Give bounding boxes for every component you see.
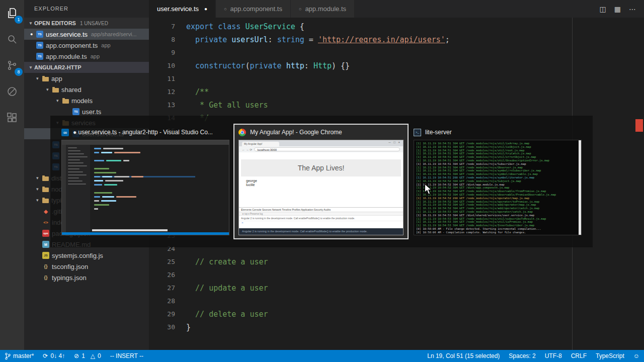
language-mode[interactable]: TypeScript xyxy=(591,350,629,362)
file-path: app/shared/servi... xyxy=(91,31,137,37)
terminal-line: [1] 16.11.19 10:54:51 304 GET /node_modu… xyxy=(416,152,576,155)
split-editor-icon[interactable]: ◫ xyxy=(600,5,606,13)
tab-app-component-ts[interactable]: ○app.component.ts xyxy=(216,0,291,18)
more-actions-icon[interactable]: ⋯ xyxy=(629,5,636,13)
file-name: typings.json xyxy=(52,274,87,282)
terminal-line: [1] 16.11.19 10:54:51 304 GET /node_modu… xyxy=(416,142,576,145)
tab-label: app.module.ts xyxy=(305,5,346,13)
line-number: 28 xyxy=(149,295,175,308)
html-icon: <> xyxy=(42,219,49,226)
vim-mode-indicator[interactable]: -- INSERT -- xyxy=(106,350,148,362)
terminal-line: [1] 16.11.19 10:54:51 304 GET /node_modu… xyxy=(416,159,576,162)
terminal-scrollbar xyxy=(579,140,581,235)
terminal-line: [1] 16.11.19 10:54:51 200 GET /node_modu… xyxy=(416,176,576,179)
git-sync-status[interactable]: ⟳ 0↓ 4↑ xyxy=(38,350,69,362)
code-line[interactable] xyxy=(186,72,644,85)
code-line[interactable]: * Get all users xyxy=(186,99,644,112)
sidebar-title: EXPLORER xyxy=(24,0,149,18)
extensions-icon[interactable] xyxy=(5,111,19,125)
tree-item-tsconfig-json[interactable]: {}tsconfig.json xyxy=(24,261,149,272)
tab-user-service-ts[interactable]: user.service.ts● xyxy=(149,0,216,18)
file-name: app xyxy=(51,75,62,82)
terminal-line: [1] 16.11.19 10:54:51 304 GET /node_modu… xyxy=(416,162,576,166)
vscode-window: 1 8 EXPLORER ▾ OPEN EDITORS 1 UNSAVED ●T… xyxy=(0,0,644,362)
window-title: lite-server xyxy=(425,129,452,136)
terminal-thumbnail: [1] 16.11.19 10:54:51 304 GET /node_modu… xyxy=(414,140,582,235)
code-line[interactable]: /** xyxy=(186,85,644,99)
open-editor-item[interactable]: TSapp.module.tsapp xyxy=(24,51,149,62)
code-line[interactable]: // delete a user xyxy=(186,308,644,321)
code-line[interactable]: } xyxy=(186,321,644,334)
modified-dot: ● xyxy=(30,32,36,37)
terminal-line: [1] 16.11.19 10:54:51 304 GET /node_modu… xyxy=(416,149,576,152)
window-preview-lite-server[interactable]: >_ lite-server [1] 16.11.19 10:54:51 304… xyxy=(410,125,586,238)
scm-badge: 8 xyxy=(15,68,23,76)
tree-item-app[interactable]: ▾app xyxy=(24,73,149,84)
git-branch-status[interactable]: master* xyxy=(0,350,38,362)
ts-file-icon: TS xyxy=(36,53,43,60)
code-line[interactable] xyxy=(186,295,644,308)
terminal-line: [1] 16.11.19 10:54:53 304 GET /node_modu… xyxy=(416,224,576,227)
open-editor-item[interactable]: ●TSuser.service.tsapp/shared/servi... xyxy=(24,29,149,40)
terminal-line: [1] 16.11.19 10:54:52 304 GET /node_modu… xyxy=(416,207,576,210)
code-line[interactable]: // create a user xyxy=(186,255,644,268)
file-name: systemjs.config.js xyxy=(52,252,103,259)
terminal-output: [1] 16.11.19 10:54:51 304 GET /node_modu… xyxy=(416,142,576,234)
terminal-line: [1] 16.11.19 10:54:52 304 GET /node_modu… xyxy=(416,179,576,183)
layout-icon[interactable]: ▦ xyxy=(614,5,621,13)
feedback-smiley-icon[interactable]: ☺ xyxy=(629,350,644,362)
code-line[interactable]: private usersUrl: string = 'http://reqre… xyxy=(186,33,644,46)
explorer-icon[interactable]: 1 xyxy=(5,6,19,20)
line-number: 12 xyxy=(149,85,175,99)
terminal-line: [1] 16.11.19 10:54:52 304 GET /node_modu… xyxy=(416,203,576,207)
project-header[interactable]: ▾ ANGULAR2-HTTP xyxy=(24,62,149,73)
encoding-status[interactable]: UTF-8 xyxy=(540,350,567,362)
code-line[interactable]: constructor(private http: Http) {} xyxy=(186,59,644,72)
open-editors-header[interactable]: ▾ OPEN EDITORS 1 UNSAVED xyxy=(24,18,149,29)
code-line[interactable] xyxy=(186,46,644,59)
tree-item-typings-json[interactable]: {}typings.json xyxy=(24,272,149,283)
code-line[interactable]: // update a user xyxy=(186,282,644,295)
debug-icon[interactable] xyxy=(5,84,19,99)
tab-list: user.service.ts●○app.component.ts○app.mo… xyxy=(149,0,355,18)
code-line[interactable]: export class UserService { xyxy=(186,20,644,33)
terminal-line: [1] 16.11.19 10:54:52 304 GET /node_modu… xyxy=(416,200,576,204)
open-editor-item[interactable]: TSapp.component.tsapp xyxy=(24,40,149,51)
window-preview-chrome[interactable]: My Angular App! - Google Chrome My Angul… xyxy=(234,125,408,238)
file-path: app xyxy=(101,42,110,48)
file-path: app xyxy=(91,53,100,59)
error-icon: ⊘ xyxy=(74,352,79,359)
mini-titlebar xyxy=(62,140,229,145)
console-prompt: > xyxy=(239,221,403,224)
warning-icon: △ xyxy=(91,352,95,359)
window-preview-vscode[interactable]: ∞ ● user.service.ts - angular2-http - Vi… xyxy=(57,125,233,238)
chevron-icon: ▾ xyxy=(56,98,62,103)
app-heading: The App Lives! xyxy=(241,159,401,176)
scrollbar-error-marker xyxy=(635,119,643,132)
terminal-line: [1] 16.11.19 10:54:53 304 GET /node_modu… xyxy=(416,210,576,214)
folder-icon xyxy=(52,88,59,93)
eol-status[interactable]: CRLF xyxy=(567,350,591,362)
tree-item-shared[interactable]: ▾shared xyxy=(24,84,149,95)
window-title: My Angular App! - Google Chrome xyxy=(250,129,342,136)
terminal-line: [1] 16.11.19 10:54:53 304 GET /node_modu… xyxy=(416,217,576,221)
tab-app-module-ts[interactable]: ○app.module.ts xyxy=(291,0,355,18)
tree-item-models[interactable]: ▾models xyxy=(24,95,149,106)
code-line[interactable] xyxy=(186,268,644,282)
folder-icon xyxy=(42,199,49,203)
mini-sidebar xyxy=(66,145,90,235)
search-icon[interactable] xyxy=(5,32,19,46)
cursor-position[interactable]: Ln 19, Col 51 (15 selected) xyxy=(423,350,504,362)
indentation-status[interactable]: Spaces: 2 xyxy=(504,350,540,362)
problems-status[interactable]: ⊘ 1 △ 0 xyxy=(69,350,106,362)
file-name: shared xyxy=(61,86,82,94)
terminal-line: [1] 16.11.19 10:54:51 304 GET /node_modu… xyxy=(416,169,576,172)
dirty-indicator: ● xyxy=(204,6,207,12)
npm-icon: npm xyxy=(42,230,49,237)
line-number: 30 xyxy=(149,321,175,334)
ts-file-icon: TS xyxy=(36,31,43,38)
tree-item-systemjs-config-js[interactable]: JSsystemjs.config.js xyxy=(24,250,149,261)
folder-icon xyxy=(42,77,49,81)
source-control-icon[interactable]: 8 xyxy=(5,58,19,72)
md-icon: M xyxy=(42,241,49,248)
